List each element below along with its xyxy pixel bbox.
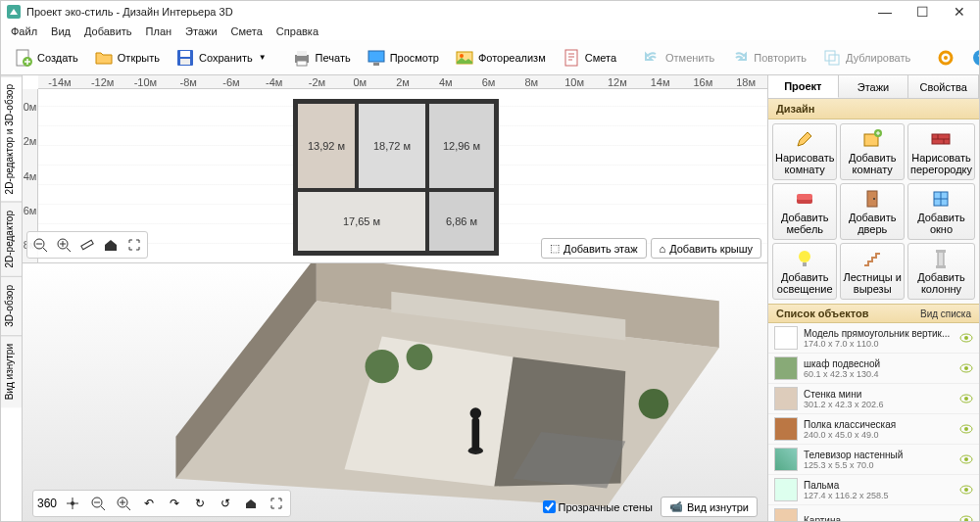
list-item[interactable]: Модель прямоугольник вертик...174.0 x 7.… [768,323,979,354]
add-door-button[interactable]: Добавить дверь [840,183,905,240]
app-icon [7,5,21,19]
zoom-out-button[interactable] [29,234,51,256]
save-icon [175,48,195,68]
tab-floors[interactable]: Этажи [839,75,909,98]
eye-icon[interactable] [959,361,973,375]
inside-view-button[interactable]: 📹Вид изнутри [661,497,758,517]
photoreal-button[interactable]: Фотореализм [448,44,553,71]
help-button[interactable]: ? [964,44,980,71]
add-window-button[interactable]: Добавить окно [907,183,975,240]
svg-rect-51 [936,265,946,268]
settings-button[interactable] [929,44,962,71]
redo-button[interactable]: Повторить [723,44,813,71]
menu-view[interactable]: Вид [45,24,76,39]
plan-view[interactable]: -14м-12м-10м-8м-6м-4м-2м0м2м4м6м8м10м12м… [23,75,767,263]
render-3d[interactable] [101,263,738,503]
list-item[interactable]: шкаф подвесной60.1 x 42.3 x 130.4 [768,354,979,384]
room-5[interactable]: 6,86 м [427,190,496,253]
tab-properties[interactable]: Свойства [908,75,979,98]
view3d-tools: 360 ↶ ↷ ↻ ↺ [32,490,291,517]
floorplan[interactable]: 13,92 м 18,72 м 12,96 м 17,65 м 6,86 м [293,99,499,256]
rotate-cw-button[interactable]: ↷ [163,493,186,514]
pan-button[interactable] [61,493,84,514]
home-3d-button[interactable] [239,493,263,514]
list-item[interactable]: Стенка мини301.2 x 42.3 x 202.6 [768,384,979,414]
thumb-icon [774,508,798,522]
roof-icon: ⌂ [660,243,666,255]
menu-plan[interactable]: План [140,24,178,39]
vtab-2d-3d[interactable]: 2D-редактор и 3D-обзор [1,75,22,202]
fit-3d-button[interactable] [265,493,288,514]
eye-icon[interactable] [959,422,973,436]
room-4[interactable]: 17,65 м [296,190,427,253]
menu-add[interactable]: Добавить [78,24,138,39]
list-item[interactable]: Картина [768,505,979,522]
add-room-button[interactable]: Добавить комнату [840,123,905,180]
open-button[interactable]: Открыть [87,44,167,71]
thumb-icon [774,326,798,350]
duplicate-button[interactable]: Дублировать [815,44,917,71]
svg-rect-14 [825,51,835,61]
menu-estimate[interactable]: Смета [225,24,269,39]
tilt-down-button[interactable]: ↺ [214,493,237,514]
room-3[interactable]: 12,96 м [427,102,496,190]
objects-view-toggle[interactable]: Вид списка [920,308,971,319]
home-button[interactable] [100,234,122,256]
zoom-in-3d-button[interactable] [112,493,135,514]
menu-help[interactable]: Справка [270,24,324,39]
tilt-up-button[interactable]: ↻ [188,493,212,514]
tab-project[interactable]: Проект [768,75,839,98]
zoom-in-button[interactable] [53,234,74,256]
add-lighting-button[interactable]: Добавить освещение [772,243,837,300]
print-button[interactable]: Печать [285,44,358,71]
add-column-button[interactable]: Добавить колонну [907,243,975,300]
room-1[interactable]: 13,92 м [296,102,357,190]
add-furniture-button[interactable]: Добавить мебель [772,183,837,240]
document-new-icon [14,48,33,68]
eye-icon[interactable] [959,331,973,345]
eye-icon[interactable] [959,483,973,497]
room-2[interactable]: 18,72 м [357,102,427,190]
ruler-tool-button[interactable] [76,234,98,256]
view-3d[interactable]: 360 ↶ ↷ ↻ ↺ Прозрачные стены 📹Вид изнутр… [23,263,767,522]
pencil-icon [794,128,815,150]
undo-button[interactable]: Отменить [635,44,721,71]
menu-floors[interactable]: Этажи [179,24,222,39]
estimate-button[interactable]: Смета [555,44,623,71]
create-button[interactable]: Создать [7,44,85,71]
preview-button[interactable]: Просмотр [360,44,446,71]
list-item[interactable]: Телевизор настенный125.3 x 5.5 x 70.0 [768,445,979,475]
svg-point-33 [470,407,481,418]
menu-file[interactable]: Файл [5,24,43,39]
svg-point-36 [71,501,74,505]
room-add-icon [861,128,883,150]
svg-point-61 [964,457,968,461]
fit-button[interactable] [123,234,145,256]
eye-icon[interactable] [959,452,973,466]
vertical-tabs: 2D-редактор и 3D-обзор 2D-редактор 3D-об… [1,75,23,522]
eye-icon[interactable] [959,392,973,405]
transparent-walls-checkbox[interactable]: Прозрачные стены [543,500,653,513]
draw-room-button[interactable]: Нарисовать комнату [772,123,837,180]
vtab-3d[interactable]: 3D-обзор [1,276,22,335]
add-floor-button[interactable]: ⬚Добавить этаж [541,238,646,259]
close-button[interactable]: ✕ [950,4,969,20]
add-roof-button[interactable]: ⌂Добавить крышу [651,238,762,259]
stairs-button[interactable]: Лестницы и вырезы [840,243,905,300]
eye-icon[interactable] [959,513,973,522]
orbit-button[interactable]: 360 [35,493,59,514]
minimize-button[interactable]: — [875,4,895,20]
rotate-ccw-button[interactable]: ↶ [137,493,161,514]
list-item[interactable]: Полка классическая240.0 x 45.0 x 49.0 [768,414,979,445]
draw-partition-button[interactable]: Нарисовать перегородку [907,123,975,180]
zoom-out-3d-button[interactable] [86,493,110,514]
save-button[interactable]: Сохранить▼ [169,44,273,71]
maximize-button[interactable]: ☐ [912,4,932,20]
list-item[interactable]: Пальма127.4 x 116.2 x 258.5 [768,475,979,505]
vtab-2d[interactable]: 2D-редактор [1,202,22,276]
plan-actions: ⬚Добавить этаж ⌂Добавить крышу [541,238,761,259]
vtab-inside[interactable]: Вид изнутри [1,335,22,407]
svg-point-63 [964,488,968,492]
ruler-horizontal: -14м-12м-10м-8м-6м-4м-2м0м2м4м6м8м10м12м… [38,75,767,89]
plan-tools [26,231,148,259]
